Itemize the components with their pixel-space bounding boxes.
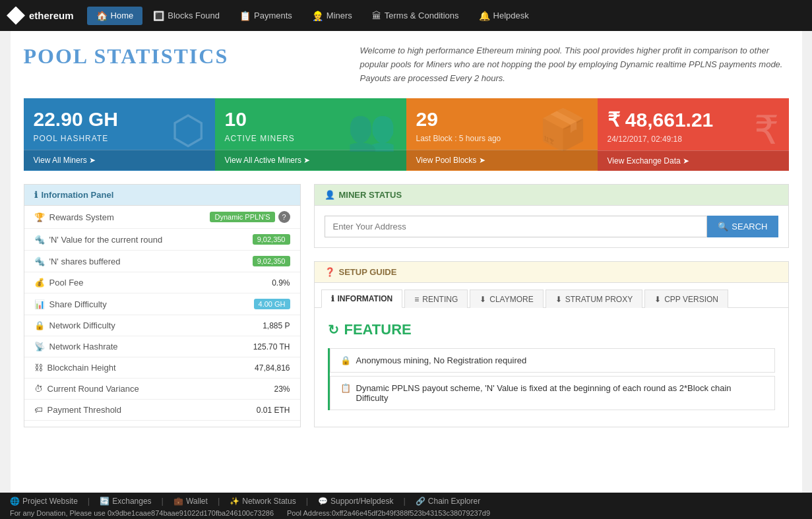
search-row: 🔍 SEARCH — [315, 206, 788, 247]
bottom-link-wallet[interactable]: 💼Wallet — [173, 497, 208, 506]
feature-item: 📋Dynamic PPLNS payout scheme, 'N' Value … — [330, 376, 775, 410]
info-panel-header: ℹ Information Panel — [24, 185, 300, 206]
feature-title: ↻ FEATURE — [328, 321, 775, 338]
bottom-link-icon: ✨ — [230, 497, 239, 506]
address-input[interactable] — [325, 216, 708, 237]
setup-tab-cpp-version[interactable]: ⬇CPP VERSION — [644, 290, 728, 308]
navbar: ethereum 🏠Home🔳Blocks Found📋Payments👷Min… — [0, 0, 812, 31]
stat-link[interactable]: View Exchange Data ➤ — [598, 150, 789, 171]
setup-content: ↻ FEATURE 🔒Anonymous mining, No Registra… — [315, 308, 788, 427]
nav-label: Miners — [327, 11, 352, 20]
tab-label: RENTING — [422, 295, 458, 304]
miner-status-icon: 👤 — [325, 190, 335, 200]
nav-item-terms-&-conditions[interactable]: 🏛Terms & Conditions — [363, 7, 468, 25]
bottom-link-label: Wallet — [186, 497, 208, 506]
stat-icon: ₹ — [754, 107, 779, 153]
feature-item-icon: 🔒 — [340, 355, 351, 365]
stat-card-1: 10 ACTIVE MINERS 👥 View All Active Miner… — [215, 98, 406, 171]
info-label: 📡 Network Hashrate — [34, 342, 118, 351]
bottom-link-label: Support/Helpdesk — [330, 497, 393, 506]
nav-icon: 🏛 — [372, 11, 381, 21]
info-badge: 9,02,350 — [253, 256, 290, 266]
bottom-link-icon: 💬 — [318, 497, 328, 506]
setup-icon: ❓ — [325, 267, 335, 277]
row-icon: 🏷 — [34, 405, 43, 415]
stat-sub: 24/12/2017, 02:49:18 — [608, 135, 779, 144]
bottom-link-network-status[interactable]: ✨Network Status — [230, 497, 296, 506]
nav-label: Blocks Found — [168, 11, 220, 20]
donate-text: For any Donation, Please use 0x9dbe1caae… — [10, 509, 274, 517]
feature-title-text: FEATURE — [344, 321, 412, 338]
nav-item-miners[interactable]: 👷Miners — [303, 7, 361, 25]
setup-tab-stratum-proxy[interactable]: ⬇STRATUM PROXY — [546, 290, 642, 308]
logo: ethereum — [7, 7, 74, 25]
info-value: 125.70 TH — [253, 342, 290, 351]
info-value: 1,885 P — [263, 321, 290, 330]
stat-cards: 22.90 GH POOL HASHRATE ⬡ View All Miners… — [24, 98, 789, 171]
stat-icon: 📦 — [538, 107, 588, 154]
nav-item-blocks-found[interactable]: 🔳Blocks Found — [144, 7, 229, 25]
stat-card-0: 22.90 GH POOL HASHRATE ⬡ View All Miners… — [24, 98, 215, 171]
row-icon: 💰 — [34, 278, 45, 288]
stat-card-3: ₹ 48,661.21 24/12/2017, 02:49:18 ₹ View … — [598, 98, 789, 171]
info-row: ⏱ Current Round Variance 23% — [24, 379, 300, 400]
info-label: 💰 Pool Fee — [34, 278, 84, 288]
info-rows: 🏆 Rewards System Dynamic PPLN'S ? 🔩 'N' … — [24, 206, 300, 421]
feature-item-icon: 📋 — [340, 383, 351, 393]
row-icon: 🏆 — [34, 212, 45, 222]
row-label-text: 'N' shares buffered — [49, 257, 121, 266]
stat-icon: ⬡ — [171, 107, 205, 153]
row-label-text: Pool Fee — [49, 278, 84, 288]
bottom-links: 🌐Project Website|🔄Exchanges|💼Wallet|✨Net… — [10, 496, 480, 506]
row-label-text: 'N' Value for the current round — [49, 235, 163, 245]
info-value: 47,84,816 — [255, 363, 290, 373]
row-icon: 📊 — [34, 299, 45, 309]
info-value: 23% — [274, 384, 290, 394]
info-label: ⛓ Blockchain Height — [34, 363, 116, 373]
bottom-link-icon: 🌐 — [10, 497, 20, 506]
nav-icon: 🔳 — [153, 11, 164, 21]
info-label: 🏷 Payment Threshold — [34, 405, 122, 415]
search-button-label: SEARCH — [732, 222, 767, 231]
setup-guide-header: ❓ SETUP GUIDE — [315, 262, 788, 283]
help-button[interactable]: ? — [278, 211, 290, 223]
setup-guide-title: SETUP GUIDE — [339, 267, 397, 277]
info-row: 🔒 Network Difficulty 1,885 P — [24, 315, 300, 336]
setup-tab-claymore[interactable]: ⬇CLAYMORE — [470, 290, 543, 308]
row-label-text: Rewards System — [49, 212, 114, 222]
nav-item-payments[interactable]: 📋Payments — [230, 7, 301, 25]
info-row: 📡 Network Hashrate 125.70 TH — [24, 336, 300, 357]
bottom-link-exchanges[interactable]: 🔄Exchanges — [100, 497, 151, 506]
bottom-link-chain-explorer[interactable]: 🔗Chain Explorer — [416, 497, 480, 506]
info-badge: 9,02,350 — [253, 234, 290, 245]
search-button[interactable]: 🔍 SEARCH — [707, 216, 778, 237]
setup-tab-renting[interactable]: ≡RENTING — [404, 290, 468, 308]
bottom-link-label: Chain Explorer — [428, 497, 480, 506]
bottom-link-label: Network Status — [242, 497, 296, 506]
feature-item-text: Dynamic PPLNS payout scheme, 'N' Value i… — [356, 383, 765, 403]
miner-status-panel: 👤 MINER STATUS 🔍 SEARCH — [314, 184, 789, 248]
info-row: 💰 Pool Fee 0.9% — [24, 272, 300, 293]
info-label: 🔩 'N' shares buffered — [34, 257, 121, 266]
nav-label: Payments — [254, 11, 292, 20]
row-icon: 🔩 — [34, 235, 45, 245]
setup-tab-information[interactable]: ℹINFORMATION — [321, 290, 403, 308]
info-row: 🔩 'N' shares buffered 9,02,350 — [24, 251, 300, 272]
main-content: POOL STATISTICS Welcome to high performa… — [11, 31, 802, 493]
info-icon: ℹ — [34, 190, 38, 200]
info-label: 📊 Share Difficulty — [34, 299, 107, 309]
row-label-text: Blockchain Height — [47, 363, 116, 373]
row-icon: ⏱ — [34, 384, 43, 394]
bottom-link-support/helpdesk[interactable]: 💬Support/Helpdesk — [318, 497, 393, 506]
info-value-wrap: 0.9% — [272, 278, 290, 288]
info-row: 🏆 Rewards System Dynamic PPLN'S ? — [24, 206, 300, 229]
separator: | — [218, 496, 220, 506]
separator: | — [403, 496, 405, 506]
tab-icon: ≡ — [414, 295, 419, 304]
nav-item-helpdesk[interactable]: 🔔Helpdesk — [470, 7, 538, 25]
bottom-link-project-website[interactable]: 🌐Project Website — [10, 497, 78, 506]
nav-item-home[interactable]: 🏠Home — [87, 7, 143, 25]
nav-icon: 📋 — [239, 11, 251, 21]
row-label-text: Network Hashrate — [49, 342, 118, 351]
info-value-wrap: Dynamic PPLN'S ? — [210, 211, 290, 223]
